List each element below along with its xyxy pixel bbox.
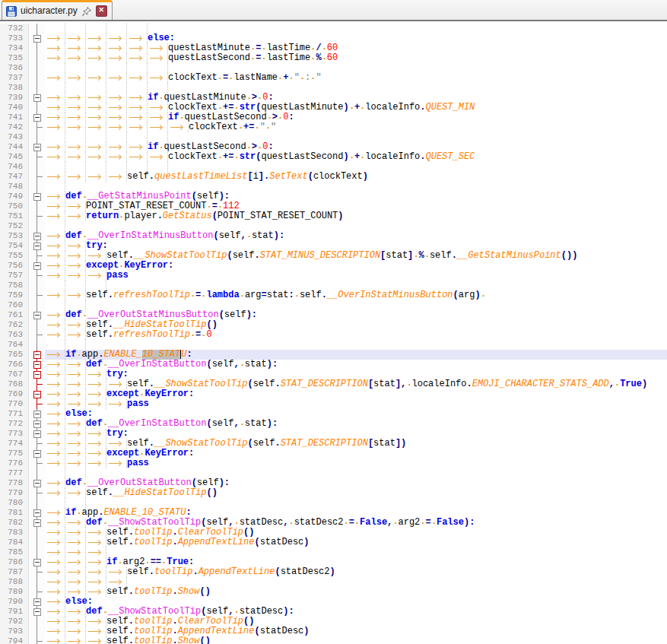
- fold-toggle-icon[interactable]: [33, 262, 41, 270]
- line-number[interactable]: 790: [0, 597, 29, 607]
- code-line[interactable]: self.__HideStatToolTip(): [45, 488, 667, 498]
- line-number[interactable]: 789: [0, 587, 29, 597]
- line-number[interactable]: 763: [0, 330, 29, 340]
- fold-toggle-icon[interactable]: [33, 94, 41, 102]
- code-line[interactable]: self.toolTip.AppendTextLine(statDesc): [45, 538, 667, 547]
- fold-toggle-icon[interactable]: [33, 391, 41, 398]
- line-number[interactable]: 737: [0, 73, 29, 83]
- line-number[interactable]: 772: [0, 419, 29, 429]
- line-number[interactable]: 770: [0, 399, 29, 409]
- code-line[interactable]: except KeyError:: [45, 261, 667, 271]
- line-number[interactable]: 765: [0, 350, 29, 360]
- line-number[interactable]: 750: [0, 201, 29, 211]
- code-line[interactable]: pass: [45, 271, 667, 281]
- code-line[interactable]: [45, 162, 667, 172]
- line-number[interactable]: 759: [0, 290, 29, 300]
- code-line[interactable]: [45, 577, 667, 587]
- line-number[interactable]: 756: [0, 261, 29, 271]
- line-number[interactable]: 754: [0, 241, 29, 251]
- code-line[interactable]: [45, 281, 667, 290]
- code-line[interactable]: self.questLastTimeList[i].SetText(clockT…: [45, 172, 667, 182]
- line-number[interactable]: 791: [0, 607, 29, 617]
- line-number[interactable]: 780: [0, 498, 29, 508]
- code-line[interactable]: def __ShowStatToolTip(self, statDesc):: [45, 607, 667, 617]
- code-line[interactable]: if app.ENABLE_10_STATU:: [45, 508, 667, 518]
- line-number[interactable]: 749: [0, 192, 29, 201]
- code-line[interactable]: [45, 24, 667, 33]
- fold-toggle-icon[interactable]: [33, 193, 41, 201]
- line-number[interactable]: 764: [0, 340, 29, 350]
- code-line[interactable]: def __OverInStatButton(self, stat):: [45, 419, 667, 429]
- code-line[interactable]: [45, 547, 667, 557]
- code-line[interactable]: def __GetStatMinusPoint(self):: [45, 192, 667, 201]
- code-line[interactable]: clockText += str(questLastMinute) + loca…: [45, 103, 667, 113]
- fold-toggle-icon[interactable]: [33, 480, 41, 487]
- code-line[interactable]: except KeyError:: [45, 389, 667, 399]
- line-number[interactable]: 746: [0, 162, 29, 172]
- code-line[interactable]: self.__ShowStatToolTip(self.STAT_DESCRIP…: [45, 439, 667, 449]
- line-number[interactable]: 760: [0, 300, 29, 310]
- fold-toggle-icon[interactable]: [33, 233, 41, 240]
- code-line[interactable]: self.__ShowStatToolTip(self.STAT_DESCRIP…: [45, 379, 667, 389]
- line-number[interactable]: 736: [0, 63, 29, 73]
- fold-toggle-icon[interactable]: [33, 35, 41, 43]
- document-tab[interactable]: uicharacter.py ✕: [2, 0, 113, 20]
- fold-toggle-icon[interactable]: [33, 509, 41, 517]
- line-number[interactable]: 777: [0, 468, 29, 478]
- line-number[interactable]: 773: [0, 429, 29, 439]
- code-line[interactable]: def __OverInStatMinusButton(self, stat):: [45, 231, 667, 241]
- line-number[interactable]: 766: [0, 360, 29, 370]
- line-number[interactable]: 785: [0, 547, 29, 557]
- line-number[interactable]: 762: [0, 320, 29, 330]
- line-number[interactable]: 757: [0, 271, 29, 281]
- line-number[interactable]: 794: [0, 636, 29, 644]
- fold-toggle-icon[interactable]: [33, 608, 41, 616]
- line-number[interactable]: 732: [0, 24, 29, 33]
- line-number[interactable]: 769: [0, 389, 29, 399]
- code-line[interactable]: return player.GetStatus(POINT_STAT_RESET…: [45, 211, 667, 221]
- line-number[interactable]: 738: [0, 83, 29, 93]
- line-number[interactable]: 788: [0, 577, 29, 587]
- code-line[interactable]: self.toolTip.Show(): [45, 636, 667, 644]
- code-line[interactable]: def __OverOutStatMinusButton(self):: [45, 310, 667, 320]
- fold-toggle-icon[interactable]: [33, 411, 41, 418]
- fold-toggle-icon[interactable]: [33, 420, 41, 428]
- code-line[interactable]: [45, 498, 667, 508]
- line-number[interactable]: 767: [0, 370, 29, 379]
- fold-toggle-icon[interactable]: [33, 361, 41, 369]
- code-line[interactable]: pass: [45, 458, 667, 468]
- fold-toggle-icon[interactable]: [33, 371, 41, 379]
- line-number[interactable]: 779: [0, 488, 29, 498]
- tab-close-button[interactable]: ✕: [96, 5, 107, 17]
- line-number[interactable]: 753: [0, 231, 29, 241]
- line-number[interactable]: 733: [0, 33, 29, 43]
- line-number[interactable]: 758: [0, 281, 29, 290]
- fold-toggle-icon[interactable]: [33, 144, 41, 151]
- line-number[interactable]: 743: [0, 132, 29, 142]
- code-line[interactable]: questLastSecond = lastTime % 60: [45, 53, 667, 63]
- code-line[interactable]: clockText += " ": [45, 122, 667, 132]
- code-line[interactable]: try:: [45, 429, 667, 439]
- code-line[interactable]: try:: [45, 370, 667, 379]
- code-line[interactable]: else:: [45, 597, 667, 607]
- code-line[interactable]: def __OverInStatButton(self, stat):: [45, 360, 667, 370]
- code-line[interactable]: clockText = lastName + " : ": [45, 73, 667, 83]
- line-number[interactable]: 778: [0, 478, 29, 488]
- fold-toggle-icon[interactable]: [33, 519, 41, 527]
- line-number[interactable]: 793: [0, 627, 29, 636]
- fold-toggle-icon[interactable]: [33, 312, 41, 319]
- fold-toggle-icon[interactable]: [33, 351, 41, 359]
- line-number[interactable]: 755: [0, 251, 29, 261]
- code-line[interactable]: self.toolTip.ClearToolTip(): [45, 617, 667, 627]
- code-line[interactable]: [45, 340, 667, 350]
- code-line[interactable]: POINT_STAT_RESET_COUNT = 112: [45, 201, 667, 211]
- code-line[interactable]: except KeyError:: [45, 449, 667, 458]
- code-line[interactable]: if questLastSecond > 0:: [45, 142, 667, 152]
- fold-toggle-icon[interactable]: [33, 450, 41, 458]
- code-line[interactable]: [45, 468, 667, 478]
- code-line[interactable]: def __ShowStatToolTip(self, statDesc, st…: [45, 518, 667, 528]
- line-number[interactable]: 740: [0, 103, 29, 113]
- code-line[interactable]: [45, 300, 667, 310]
- pin-icon[interactable]: [81, 6, 92, 17]
- line-number[interactable]: 748: [0, 182, 29, 192]
